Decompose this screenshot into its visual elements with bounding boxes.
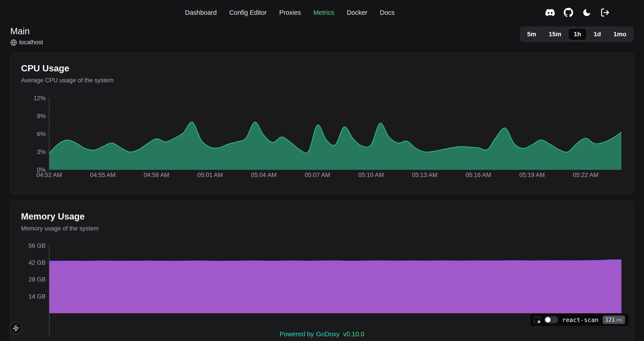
svg-text:05:19 AM: 05:19 AM	[519, 172, 545, 178]
svg-text:05:10 AM: 05:10 AM	[358, 172, 384, 178]
logout-button[interactable]	[600, 7, 610, 18]
github-link[interactable]	[563, 7, 574, 18]
inspect-icon	[534, 317, 540, 323]
discord-link[interactable]	[545, 7, 556, 18]
theme-toggle-button[interactable]	[582, 7, 592, 18]
svg-text:6%: 6%	[37, 131, 46, 137]
svg-text:42 GB: 42 GB	[28, 259, 46, 266]
host-info: Main localhost	[10, 26, 43, 46]
time-range-button[interactable]: 1mo	[608, 28, 632, 41]
nav-item[interactable]: Dashboard	[185, 9, 217, 16]
globe-icon	[10, 39, 17, 46]
memory-usage-subtitle: Memory usage of the system	[21, 225, 623, 232]
lightning-icon	[12, 325, 19, 331]
moon-icon	[582, 8, 592, 17]
godoxy-link[interactable]: GoDoxy	[316, 330, 340, 338]
time-range-button[interactable]: 1h	[568, 28, 587, 41]
svg-text:04:58 AM: 04:58 AM	[144, 172, 169, 178]
fps-value: 121	[605, 317, 615, 323]
fps-badge: 121 FPS	[603, 315, 625, 324]
svg-text:12%: 12%	[34, 95, 46, 102]
svg-text:56 GB: 56 GB	[28, 242, 46, 249]
svg-text:04:55 AM: 04:55 AM	[90, 172, 116, 178]
cpu-usage-card: CPU Usage Average CPU usage of the syste…	[10, 53, 634, 194]
react-scan-toolbar[interactable]: react-scan 121 FPS	[530, 313, 629, 326]
page-title: Main	[10, 26, 43, 36]
react-scan-label: react-scan	[562, 316, 598, 323]
time-range-button[interactable]: 1d	[588, 28, 607, 41]
svg-text:05:13 AM: 05:13 AM	[412, 172, 438, 178]
topbar: Dashboard Config Editor Proxies Metrics …	[0, 0, 644, 25]
logout-icon	[600, 8, 610, 17]
svg-text:05:16 AM: 05:16 AM	[466, 172, 491, 178]
svg-text:05:07 AM: 05:07 AM	[304, 172, 330, 178]
hostname-label: localhost	[19, 39, 43, 46]
svg-text:05:22 AM: 05:22 AM	[573, 172, 598, 178]
svg-text:14 GB: 14 GB	[28, 293, 46, 300]
powered-by-label: Powered by	[280, 330, 314, 338]
subheader: Main localhost 5m 15m 1h 1d 1mo	[0, 25, 644, 46]
host-row: localhost	[10, 39, 43, 46]
nav-item[interactable]: Docker	[347, 9, 368, 16]
nav-item[interactable]: Proxies	[279, 9, 301, 16]
quick-actions-button[interactable]	[10, 322, 22, 335]
cpu-usage-chart: 0%3%6%9%12%04:52 AM04:55 AM04:58 AM05:01…	[21, 94, 623, 183]
discord-icon	[546, 8, 555, 17]
fps-unit: FPS	[616, 318, 622, 322]
footer: Powered by GoDoxy v0.10.0	[0, 330, 644, 338]
github-icon	[564, 8, 573, 17]
time-range-button[interactable]: 5m	[522, 28, 542, 41]
svg-text:28 GB: 28 GB	[28, 276, 46, 283]
metrics-main: CPU Usage Average CPU usage of the syste…	[0, 53, 644, 341]
nav-item[interactable]: Docs	[380, 9, 395, 16]
cpu-usage-title: CPU Usage	[21, 63, 623, 73]
main-nav: Dashboard Config Editor Proxies Metrics …	[185, 0, 395, 25]
svg-text:05:01 AM: 05:01 AM	[198, 172, 223, 178]
svg-text:05:04 AM: 05:04 AM	[251, 172, 276, 178]
time-range-selector: 5m 15m 1h 1d 1mo	[520, 27, 634, 42]
svg-text:3%: 3%	[37, 149, 46, 155]
nav-item[interactable]: Config Editor	[229, 9, 267, 16]
react-scan-toggle[interactable]	[544, 316, 558, 323]
time-range-button[interactable]: 15m	[543, 28, 567, 41]
nav-item[interactable]: Metrics	[313, 9, 334, 16]
toggle-knob	[545, 317, 550, 322]
version-link[interactable]: v0.10.0	[343, 330, 364, 338]
memory-usage-title: Memory Usage	[21, 211, 623, 221]
topbar-icons	[545, 0, 610, 25]
cpu-usage-subtitle: Average CPU usage of the system	[21, 77, 623, 84]
svg-text:9%: 9%	[37, 113, 46, 120]
svg-text:04:52 AM: 04:52 AM	[36, 172, 62, 178]
